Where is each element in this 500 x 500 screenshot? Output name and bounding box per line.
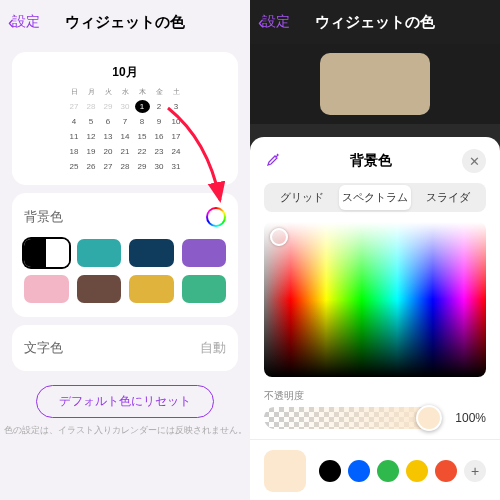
preset-color[interactable] (348, 460, 370, 482)
text-color-value: 自動 (200, 339, 226, 357)
footer-note: 色の設定は、イラスト入りカレンダーには反映されません。 (0, 424, 250, 437)
text-color-section[interactable]: 文字色 自動 (12, 325, 238, 371)
tab-グリッド[interactable]: グリッド (266, 185, 339, 210)
preset-color[interactable] (406, 460, 428, 482)
sheet-title: 背景色 (350, 152, 392, 170)
section-title: 背景色 (24, 208, 63, 226)
page-title: ウィジェットの色 (65, 13, 185, 32)
page-title: ウィジェットの色 (315, 13, 435, 32)
color-swatch[interactable] (182, 239, 227, 267)
opacity-slider[interactable] (264, 407, 442, 429)
divider (250, 439, 500, 440)
color-swatch[interactable] (77, 239, 122, 267)
back-button[interactable]: ‹ 設定 (8, 12, 40, 33)
picker-mode-tabs: グリッドスペクトラムスライダ (264, 183, 486, 212)
preset-color[interactable] (319, 460, 341, 482)
calendar-preview: 10月 日月火水木金土27282930123456789101112131415… (12, 52, 238, 185)
back-label: 設定 (12, 13, 40, 31)
color-swatch[interactable] (77, 275, 122, 303)
header: ‹ 設定 ウィジェットの色 (0, 0, 250, 44)
preset-color[interactable] (435, 460, 457, 482)
spectrum-cursor[interactable] (270, 228, 288, 246)
color-swatch[interactable] (182, 275, 227, 303)
back-button[interactable]: ‹ 設定 (258, 12, 290, 33)
dimmed-background (250, 44, 500, 124)
back-label: 設定 (262, 13, 290, 31)
color-swatch-selected[interactable] (24, 239, 69, 267)
section-title: 文字色 (24, 339, 63, 357)
color-swatch[interactable] (129, 275, 174, 303)
color-picker-button[interactable] (206, 207, 226, 227)
calendar-preview-dimmed (320, 53, 430, 115)
tab-スライダ[interactable]: スライダ (411, 185, 484, 210)
opacity-label: 不透明度 (264, 389, 486, 403)
color-picker-sheet: 背景色 ✕ グリッドスペクトラムスライダ 不透明度 100% + (250, 137, 500, 500)
spectrum-canvas[interactable] (264, 222, 486, 377)
color-swatch[interactable] (129, 239, 174, 267)
opacity-thumb[interactable] (416, 405, 442, 431)
close-button[interactable]: ✕ (462, 149, 486, 173)
calendar-month: 10月 (112, 64, 137, 81)
current-color-swatch[interactable] (264, 450, 306, 492)
reset-button[interactable]: デフォルト色にリセット (36, 385, 214, 418)
tab-スペクトラム[interactable]: スペクトラム (339, 185, 412, 210)
add-preset-button[interactable]: + (464, 460, 486, 482)
header: ‹ 設定 ウィジェットの色 (250, 0, 500, 44)
background-color-section: 背景色 (12, 193, 238, 317)
color-swatch[interactable] (24, 275, 69, 303)
preset-color[interactable] (377, 460, 399, 482)
eyedropper-icon[interactable] (264, 152, 280, 171)
opacity-value: 100% (450, 411, 486, 425)
